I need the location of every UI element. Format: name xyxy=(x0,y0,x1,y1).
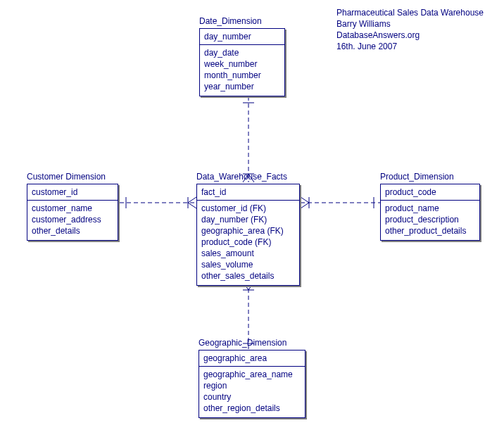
pk-facts: fact_id xyxy=(197,184,299,201)
entity-title-date: Date_Dimension xyxy=(199,16,262,26)
pk-geographic: geographic_area xyxy=(199,351,305,367)
entity-geographic: geographic_area geographic_area_name reg… xyxy=(199,350,305,418)
attrs-facts: customer_id (FK) day_number (FK) geograp… xyxy=(197,201,299,285)
entity-title-facts: Data_Warehouse_Facts xyxy=(196,172,287,182)
entity-facts: fact_id customer_id (FK) day_number (FK)… xyxy=(196,184,300,286)
attrs-customer: customer_name customer_address other_det… xyxy=(27,201,118,240)
meta-date: 16th. June 2007 xyxy=(336,41,484,52)
meta-site: DatabaseAnswers.org xyxy=(336,30,484,41)
attrs-product: product_name product_description other_p… xyxy=(381,201,479,240)
attrs-geographic: geographic_area_name region country othe… xyxy=(199,367,305,417)
meta-title: Pharmaceutical Sales Data Warehouse xyxy=(336,7,484,18)
entity-title-customer: Customer Dimension xyxy=(27,172,106,182)
attrs-date: day_date week_number month_number year_n… xyxy=(200,45,284,96)
entity-date: day_number day_date week_number month_nu… xyxy=(199,28,285,96)
entity-product: product_code product_name product_descri… xyxy=(380,184,480,241)
pk-customer: customer_id xyxy=(27,184,118,201)
entity-title-product: Product_Dimension xyxy=(380,172,454,182)
diagram-meta: Pharmaceutical Sales Data Warehouse Barr… xyxy=(336,7,484,52)
entity-title-geographic: Geographic_Dimension xyxy=(199,338,286,348)
pk-date: day_number xyxy=(200,29,284,45)
entity-customer: customer_id customer_name customer_addre… xyxy=(27,184,118,241)
pk-product: product_code xyxy=(381,184,479,201)
meta-author: Barry Williams xyxy=(336,18,484,30)
